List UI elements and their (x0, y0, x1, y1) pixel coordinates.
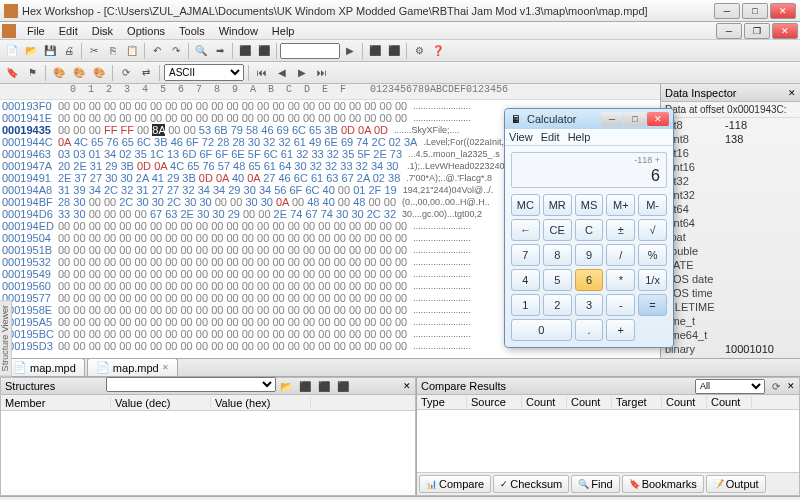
inspector-row[interactable]: FILETIME (661, 300, 800, 314)
calc-btn-5[interactable]: 5 (543, 269, 572, 291)
inspector-row[interactable]: int8-118 (661, 118, 800, 132)
encoding-select[interactable]: ASCII (164, 64, 244, 81)
calc-btn-3[interactable]: 3 (575, 294, 604, 316)
nav-last-icon[interactable]: ⏭ (313, 64, 331, 82)
calc-btn-9[interactable]: 9 (575, 244, 604, 266)
doc-minimize-button[interactable]: ─ (716, 23, 742, 39)
tool-d-icon[interactable]: ⬛ (385, 42, 403, 60)
menu-window[interactable]: Window (212, 23, 265, 39)
calc-btn-Mx[interactable]: M- (638, 194, 667, 216)
help-icon[interactable]: ❓ (429, 42, 447, 60)
menu-help[interactable]: Help (265, 23, 302, 39)
inspector-row[interactable]: uint16 (661, 160, 800, 174)
tab-bookmarks[interactable]: 🔖Bookmarks (622, 475, 704, 493)
inspector-row[interactable]: DATE (661, 258, 800, 272)
cut-icon[interactable]: ✂ (85, 42, 103, 60)
menu-disk[interactable]: Disk (85, 23, 120, 39)
compare-body[interactable] (417, 410, 799, 472)
nav-first-icon[interactable]: ⏮ (253, 64, 271, 82)
color-a-icon[interactable]: 🎨 (50, 64, 68, 82)
tab-output[interactable]: 📝Output (706, 475, 766, 493)
calc-btn-x[interactable]: % (638, 244, 667, 266)
calc-btn-Mx[interactable]: M+ (606, 194, 635, 216)
flag-icon[interactable]: ⚑ (23, 64, 41, 82)
calc-btn-x[interactable]: * (606, 269, 635, 291)
close-button[interactable]: ✕ (770, 3, 796, 19)
struct-body[interactable] (1, 411, 415, 491)
open-icon[interactable]: 📂 (22, 42, 40, 60)
calc-titlebar[interactable]: 🖩 Calculator ─ □ ✕ (505, 109, 673, 129)
menu-edit[interactable]: Edit (52, 23, 85, 39)
tab-doc-0[interactable]: 📄map.mpd (4, 358, 85, 376)
inspector-row[interactable]: uint64 (661, 216, 800, 230)
struct-c-icon[interactable]: ⬛ (334, 377, 352, 395)
calc-btn-MC[interactable]: MC (511, 194, 540, 216)
color-b-icon[interactable]: 🎨 (70, 64, 88, 82)
struct-select[interactable] (106, 377, 276, 392)
calc-btn-C[interactable]: C (575, 219, 604, 241)
doc-close-button[interactable]: ✕ (772, 23, 798, 39)
calc-btn-MR[interactable]: MR (543, 194, 572, 216)
minimize-button[interactable]: ─ (714, 3, 740, 19)
address-input[interactable] (280, 43, 340, 59)
calc-btn-x[interactable]: ± (606, 219, 635, 241)
print-icon[interactable]: 🖨 (60, 42, 78, 60)
undo-icon[interactable]: ↶ (148, 42, 166, 60)
calc-btn-6[interactable]: 6 (575, 269, 604, 291)
inspector-row[interactable]: time_t (661, 314, 800, 328)
save-icon[interactable]: 💾 (41, 42, 59, 60)
paste-icon[interactable]: 📋 (123, 42, 141, 60)
tool-c-icon[interactable]: ⬛ (366, 42, 384, 60)
inspector-row[interactable]: time64_t (661, 328, 800, 342)
struct-open-icon[interactable]: 📂 (277, 377, 295, 395)
menu-tools[interactable]: Tools (172, 23, 212, 39)
color-c-icon[interactable]: 🎨 (90, 64, 108, 82)
structures-close-icon[interactable]: ✕ (403, 381, 411, 391)
calc-btn-x[interactable]: / (606, 244, 635, 266)
calculator-window[interactable]: 🖩 Calculator ─ □ ✕ View Edit Help -118 +… (504, 108, 674, 348)
struct-b-icon[interactable]: ⬛ (315, 377, 333, 395)
calc-btn-1[interactable]: 1 (511, 294, 540, 316)
menu-options[interactable]: Options (120, 23, 172, 39)
tool-a-icon[interactable]: ⬛ (236, 42, 254, 60)
sync-icon[interactable]: ⇄ (137, 64, 155, 82)
inspector-row[interactable]: uint8138 (661, 132, 800, 146)
tab-compare[interactable]: 📊Compare (419, 475, 491, 493)
inspector-close-icon[interactable]: ✕ (788, 88, 796, 98)
tab-close-icon[interactable]: ✕ (162, 363, 169, 372)
calc-btn-MS[interactable]: MS (575, 194, 604, 216)
struct-a-icon[interactable]: ⬛ (296, 377, 314, 395)
tab-find[interactable]: 🔍Find (571, 475, 619, 493)
go-icon[interactable]: ▶ (341, 42, 359, 60)
nav-prev-icon[interactable]: ◀ (273, 64, 291, 82)
calc-btn-4[interactable]: 4 (511, 269, 540, 291)
calc-btn-x[interactable]: . (575, 319, 604, 341)
calc-btn-8[interactable]: 8 (543, 244, 572, 266)
calc-menu-view[interactable]: View (509, 131, 533, 143)
calc-btn-x[interactable]: √ (638, 219, 667, 241)
calc-btn-7[interactable]: 7 (511, 244, 540, 266)
compare-refresh-icon[interactable]: ⟳ (767, 377, 785, 395)
doc-restore-button[interactable]: ❐ (744, 23, 770, 39)
find-icon[interactable]: 🔍 (192, 42, 210, 60)
inspector-row[interactable]: int16 (661, 146, 800, 160)
inspector-row[interactable]: int64 (661, 202, 800, 216)
tab-doc-1[interactable]: 📄map.mpd✕ (87, 358, 178, 376)
structure-viewer-label[interactable]: Structure Viewer (0, 300, 12, 376)
inspector-row[interactable]: int32 (661, 174, 800, 188)
calc-close-button[interactable]: ✕ (647, 112, 669, 126)
calc-btn-x[interactable]: ← (511, 219, 540, 241)
calc-btn-1xx[interactable]: 1/x (638, 269, 667, 291)
calc-btn-x[interactable]: - (606, 294, 635, 316)
copy-icon[interactable]: ⎘ (104, 42, 122, 60)
goto-icon[interactable]: ➡ (211, 42, 229, 60)
redo-icon[interactable]: ↷ (167, 42, 185, 60)
compare-close-icon[interactable]: ✕ (787, 381, 795, 391)
calc-btn-x[interactable]: = (638, 294, 667, 316)
menu-file[interactable]: File (20, 23, 52, 39)
reload-icon[interactable]: ⟳ (117, 64, 135, 82)
calc-menu-help[interactable]: Help (568, 131, 591, 143)
calc-menu-edit[interactable]: Edit (541, 131, 560, 143)
calc-maximize-button[interactable]: □ (624, 112, 646, 126)
calc-btn-x[interactable]: + (606, 319, 635, 341)
